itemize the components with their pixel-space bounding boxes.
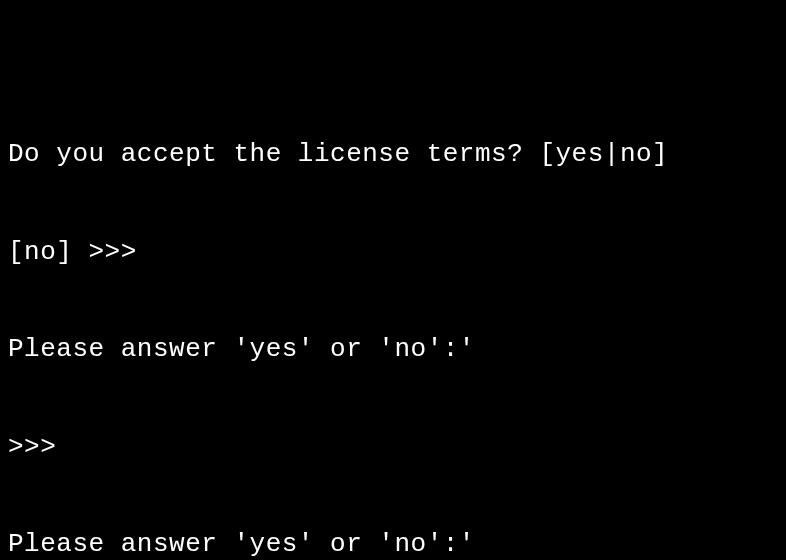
terminal-output[interactable]: Do you accept the license terms? [yes|no… (8, 8, 786, 560)
terminal-line: Do you accept the license terms? [yes|no… (8, 138, 786, 171)
terminal-line: [no] >>> (8, 236, 786, 269)
terminal-line: Please answer 'yes' or 'no':' (8, 333, 786, 366)
terminal-line: >>> (8, 431, 786, 464)
terminal-line: Please answer 'yes' or 'no':' (8, 528, 786, 560)
